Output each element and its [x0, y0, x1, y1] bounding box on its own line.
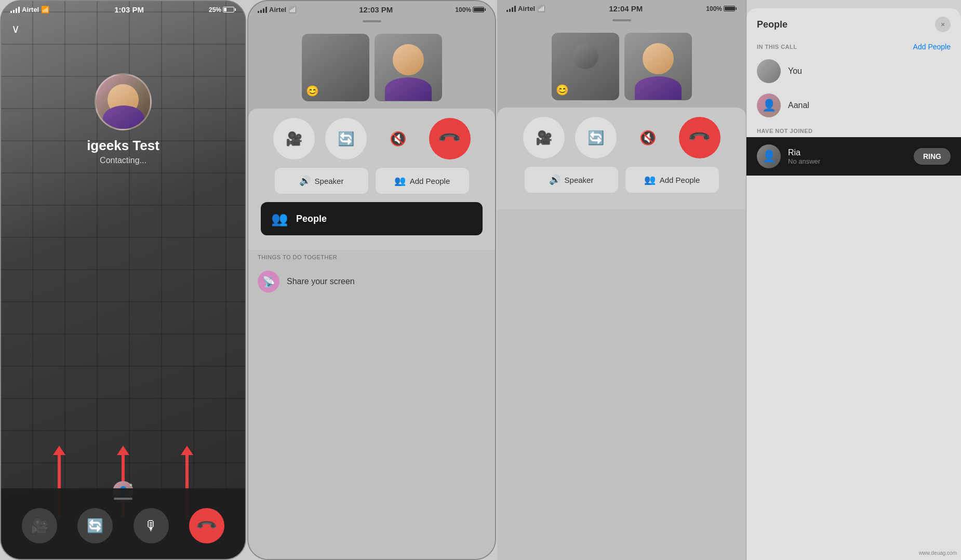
- s3-call-controls: 🎥 🔄 🔇 📞 🔊 Speaker 👥: [497, 108, 746, 209]
- share-screen-row[interactable]: 📡 Share your screen: [248, 265, 495, 298]
- ria-info: Ria No answer: [788, 148, 914, 165]
- add-people-link[interactable]: Add People: [913, 43, 951, 51]
- people-panel-content: People × IN THIS CALL Add People You: [746, 8, 961, 560]
- video-btn[interactable]: 🎥: [273, 118, 315, 159]
- speaker-icon: 🔊: [549, 174, 560, 185]
- ria-avatar: 👤: [757, 144, 781, 168]
- s3-video-btn[interactable]: 🎥: [523, 117, 565, 158]
- ring-label: RING: [923, 152, 941, 161]
- have-not-joined-label: HAVE NOT JOINED: [746, 123, 961, 137]
- battery-icon: [724, 6, 737, 11]
- end-call-button[interactable]: 📞: [189, 508, 224, 543]
- s3-video-thumb-local: 😊: [552, 33, 619, 100]
- add-people-label: Add People: [410, 177, 450, 185]
- s3-mute-btn[interactable]: 🔇: [627, 117, 669, 158]
- s3-right-status: [746, 0, 961, 6]
- people-row[interactable]: 👥 People: [261, 202, 483, 235]
- flip-camera-button[interactable]: 🔄: [77, 508, 113, 543]
- s3-flip-btn[interactable]: 🔄: [575, 117, 617, 158]
- signal-icon: [258, 7, 267, 13]
- ring-button[interactable]: RING: [914, 148, 951, 165]
- mute-icon: 🔇: [390, 131, 406, 147]
- battery-pct: 100%: [455, 6, 471, 14]
- video-icon: 🎥: [31, 518, 48, 534]
- screen3-time: 12:04 PM: [609, 4, 643, 13]
- add-people-icon: 👥: [644, 174, 656, 185]
- end-call-btn[interactable]: 📞: [429, 118, 471, 159]
- s3-video-area: 😊: [497, 15, 746, 108]
- wifi-icon: 📶: [537, 5, 545, 12]
- s3-video-thumb-remote: [624, 33, 692, 100]
- screen3-combined: Airtel 📶 12:04 PM 100% 😊: [497, 0, 961, 560]
- speaker-label: Speaker: [565, 176, 594, 184]
- end-icon: 📞: [437, 126, 462, 151]
- screen2-status-bar: Airtel 📶 12:03 PM 100%: [248, 1, 495, 16]
- screen3-left-call: Airtel 📶 12:04 PM 100% 😊: [497, 0, 746, 560]
- carrier-name: Airtel: [518, 5, 535, 12]
- you-avatar: [757, 59, 781, 83]
- wifi-icon: 📶: [41, 6, 49, 14]
- end-call-icon: 📞: [195, 514, 219, 538]
- in-this-call-label: IN THIS CALL: [757, 44, 797, 50]
- arrow-head: [53, 446, 65, 455]
- video-button[interactable]: 🎥: [22, 508, 57, 543]
- screen2-phone: Airtel 📶 12:03 PM 100% 😊: [247, 0, 496, 560]
- call-controls-section: 🎥 🔄 🔇 📞 🔊 Speaker 👥 Add People: [248, 109, 495, 250]
- video-icon: 🎥: [286, 131, 302, 147]
- things-label: THINGS TO DO TOGETHER: [248, 250, 495, 265]
- people-panel: People × IN THIS CALL Add People You: [746, 0, 961, 560]
- share-icon: 📡: [262, 275, 275, 288]
- main-call-buttons: 🎥 🔄 🔇 📞: [259, 118, 485, 159]
- caller-avatar: [95, 73, 152, 130]
- s3-add-people-button[interactable]: 👥 Add People: [625, 167, 719, 193]
- close-icon: ×: [941, 20, 945, 29]
- ria-name: Ria: [788, 148, 914, 157]
- control-buttons: 🎥 🔄 🎙 📞: [11, 508, 235, 543]
- wifi-icon: 📶: [288, 6, 297, 14]
- caller-name: igeeks Test: [87, 138, 159, 154]
- person-row-you: You: [746, 54, 961, 88]
- screen1-battery: 25%: [209, 6, 236, 14]
- screen1-carrier: Airtel 📶: [10, 6, 49, 14]
- thumb-face: [393, 44, 424, 75]
- people-label: People: [296, 214, 327, 224]
- video-icon: 🎥: [536, 130, 552, 146]
- add-people-icon: 👥: [394, 175, 406, 186]
- screen1-status-bar: Airtel 📶 1:03 PM 25%: [1, 1, 245, 16]
- video-thumb-local: 😊: [302, 34, 369, 101]
- screen3-status-bar: Airtel 📶 12:04 PM 100%: [497, 0, 746, 15]
- add-people-label: Add People: [660, 176, 700, 184]
- flip-icon: 🔄: [87, 518, 103, 534]
- screen2-carrier: Airtel 📶: [258, 6, 297, 14]
- mic-icon: 🎙: [144, 518, 158, 534]
- watermark: www.deuag.com: [919, 550, 957, 556]
- battery-pct: 25%: [209, 6, 221, 14]
- collapse-chevron[interactable]: ∨: [1, 16, 245, 42]
- battery-pct: 100%: [706, 5, 722, 12]
- thumb-body: [385, 77, 432, 101]
- call-status: Contacting...: [100, 156, 146, 165]
- microphone-button[interactable]: 🎙: [134, 508, 169, 543]
- in-this-call-section: IN THIS CALL Add People: [746, 37, 961, 54]
- arrow-head: [117, 446, 129, 455]
- emoji-overlay: 😊: [306, 85, 319, 97]
- mute-icon: 🔇: [639, 130, 656, 146]
- close-people-panel-button[interactable]: ×: [935, 17, 951, 32]
- flip-btn[interactable]: 🔄: [325, 118, 367, 159]
- s3-speaker-button[interactable]: 🔊 Speaker: [525, 167, 618, 193]
- carrier-name: Airtel: [269, 6, 286, 14]
- screen1-time: 1:03 PM: [114, 5, 144, 14]
- secondary-buttons: 🔊 Speaker 👥 Add People: [259, 168, 485, 194]
- avatar-body: [103, 105, 144, 130]
- arrow-head: [181, 446, 193, 455]
- thumb-body: [635, 76, 682, 100]
- s3-end-call-btn[interactable]: 📞: [679, 117, 720, 158]
- drag-handle: [363, 20, 381, 22]
- s3-main-buttons: 🎥 🔄 🔇 📞: [508, 117, 736, 158]
- mute-btn[interactable]: 🔇: [377, 118, 419, 159]
- aanal-name: Aanal: [788, 101, 809, 110]
- people-icon: 👥: [271, 211, 288, 227]
- flip-icon: 🔄: [588, 130, 604, 146]
- speaker-button[interactable]: 🔊 Speaker: [275, 168, 368, 194]
- add-people-button[interactable]: 👥 Add People: [376, 168, 469, 194]
